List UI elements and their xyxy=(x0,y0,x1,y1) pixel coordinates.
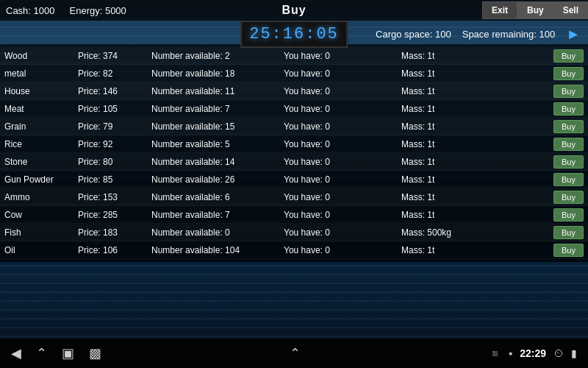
cargo-space-label: Cargo space: 100 xyxy=(376,29,451,40)
item-buy-btn-cell: Buy xyxy=(547,67,584,80)
home-icon[interactable]: ⌃ xyxy=(36,345,47,361)
buy-item-button[interactable]: Buy xyxy=(553,120,584,133)
nav-center-icon[interactable]: ⌃ xyxy=(290,345,301,361)
table-row: Rice Price: 92 Number available: 5 You h… xyxy=(0,135,588,153)
item-price: Price: 105 xyxy=(78,104,151,114)
item-price: Price: 146 xyxy=(78,86,151,96)
item-mass: Mass: 1t xyxy=(401,157,547,167)
item-available: Number available: 104 xyxy=(151,245,284,255)
item-price: Price: 79 xyxy=(78,121,151,132)
item-mass: Mass: 1t xyxy=(401,86,547,96)
item-mass: Mass: 1t xyxy=(401,139,547,149)
buy-item-button[interactable]: Buy xyxy=(553,244,584,257)
buy-item-button[interactable]: Buy xyxy=(553,173,584,186)
buy-item-button[interactable]: Buy xyxy=(553,138,584,151)
item-price: Price: 82 xyxy=(78,68,151,79)
item-name: Gun Powder xyxy=(4,174,78,185)
item-price: Price: 106 xyxy=(78,245,151,255)
item-available: Number available: 2 xyxy=(151,51,284,61)
screen-title: Buy xyxy=(282,4,306,17)
battery-icon: ▮ xyxy=(571,347,577,359)
alarm-icon: ⏲ xyxy=(553,347,564,359)
item-name: Meat xyxy=(4,104,78,114)
buy-item-button[interactable]: Buy xyxy=(553,155,584,169)
table-row: Fish Price: 183 Number available: 0 You … xyxy=(0,224,588,241)
item-have: You have: 0 xyxy=(284,210,401,220)
energy-display: Energy: 5000 xyxy=(70,5,126,16)
buy-item-button[interactable]: Buy xyxy=(553,226,584,239)
item-have: You have: 0 xyxy=(284,121,401,132)
item-buy-btn-cell: Buy xyxy=(547,208,584,222)
buy-item-button[interactable]: Buy xyxy=(553,49,584,63)
item-have: You have: 0 xyxy=(284,139,401,149)
items-panel: Wood Price: 374 Number available: 2 You … xyxy=(0,44,588,262)
system-time: 22:29 xyxy=(520,347,546,359)
item-price: Price: 374 xyxy=(78,51,151,61)
recents-icon[interactable]: ▣ xyxy=(62,345,74,361)
buy-item-button[interactable]: Buy xyxy=(553,67,584,80)
item-buy-btn-cell: Buy xyxy=(547,191,584,204)
table-row: Oil Price: 106 Number available: 104 You… xyxy=(0,241,588,259)
item-have: You have: 0 xyxy=(284,192,401,202)
item-mass: Mass: 1t xyxy=(401,210,547,220)
item-buy-btn-cell: Buy xyxy=(547,49,584,63)
item-name: Ammo xyxy=(4,192,78,202)
item-available: Number available: 6 xyxy=(151,192,284,202)
table-row: Wood Price: 374 Number available: 2 You … xyxy=(0,47,588,65)
item-have: You have: 0 xyxy=(284,51,401,61)
hud-bar: Cash: 1000 Energy: 5000 Buy Exit Buy Sel… xyxy=(0,0,588,21)
buy-item-button[interactable]: Buy xyxy=(553,191,584,204)
item-have: You have: 0 xyxy=(284,174,401,185)
item-mass: Mass: 1t xyxy=(401,68,547,79)
qr-icon[interactable]: ▩ xyxy=(89,345,101,361)
item-price: Price: 285 xyxy=(78,210,151,220)
table-row: House Price: 146 Number available: 11 Yo… xyxy=(0,82,588,100)
buy-item-button[interactable]: Buy xyxy=(553,102,584,116)
signal-icon: ▪ xyxy=(509,347,512,359)
back-icon[interactable]: ◀ xyxy=(11,345,21,361)
item-buy-btn-cell: Buy xyxy=(547,155,584,169)
item-mass: Mass: 1t xyxy=(401,192,547,202)
item-name: Grain xyxy=(4,121,78,132)
item-price: Price: 153 xyxy=(78,192,151,202)
table-row: Cow Price: 285 Number available: 7 You h… xyxy=(0,206,588,224)
item-name: metal xyxy=(4,68,78,79)
item-name: Stone xyxy=(4,157,78,167)
cash-display: Cash: 1000 xyxy=(0,5,55,16)
item-price: Price: 92 xyxy=(78,139,151,149)
sell-tab-button[interactable]: Sell xyxy=(553,1,588,19)
nav-bar: ◀ ⌃ ▣ ▩ ⌃ ◾ ▪ 22:29 ⏲ ▮ xyxy=(0,339,588,368)
nav-left-icons: ◀ ⌃ ▣ ▩ xyxy=(11,345,101,361)
item-buy-btn-cell: Buy xyxy=(547,226,584,239)
buy-item-button[interactable]: Buy xyxy=(553,85,584,98)
space-remaining-label: Space remaining: 100 xyxy=(462,29,555,40)
exit-button[interactable]: Exit xyxy=(482,1,517,19)
item-price: Price: 85 xyxy=(78,174,151,185)
item-available: Number available: 18 xyxy=(151,68,284,79)
item-buy-btn-cell: Buy xyxy=(547,173,584,186)
item-have: You have: 0 xyxy=(284,227,401,238)
item-name: Fish xyxy=(4,227,78,238)
nav-right-icons: ◾ ▪ 22:29 ⏲ ▮ xyxy=(489,347,577,359)
hud-button-group: Exit Buy Sell xyxy=(482,1,588,19)
item-have: You have: 0 xyxy=(284,104,401,114)
cargo-info: Cargo space: 100 Space remaining: 100 ► xyxy=(376,26,581,43)
buy-item-button[interactable]: Buy xyxy=(553,208,584,222)
item-mass: Mass: 1t xyxy=(401,174,547,185)
table-row: Grain Price: 79 Number available: 15 You… xyxy=(0,118,588,135)
item-price: Price: 183 xyxy=(78,227,151,238)
item-mass: Mass: 1t xyxy=(401,51,547,61)
table-row: Stone Price: 80 Number available: 14 You… xyxy=(0,153,588,171)
item-buy-btn-cell: Buy xyxy=(547,120,584,133)
item-available: Number available: 11 xyxy=(151,86,284,96)
item-mass: Mass: 1t xyxy=(401,245,547,255)
item-name: Rice xyxy=(4,139,78,149)
item-mass: Mass: 1t xyxy=(401,121,547,132)
notification-icon: ◾ xyxy=(489,347,501,359)
cargo-arrow-icon: ► xyxy=(566,26,581,43)
item-price: Price: 80 xyxy=(78,157,151,167)
buy-tab-button[interactable]: Buy xyxy=(517,1,553,19)
table-row: metal Price: 82 Number available: 18 You… xyxy=(0,65,588,82)
item-buy-btn-cell: Buy xyxy=(547,244,584,257)
item-have: You have: 0 xyxy=(284,245,401,255)
